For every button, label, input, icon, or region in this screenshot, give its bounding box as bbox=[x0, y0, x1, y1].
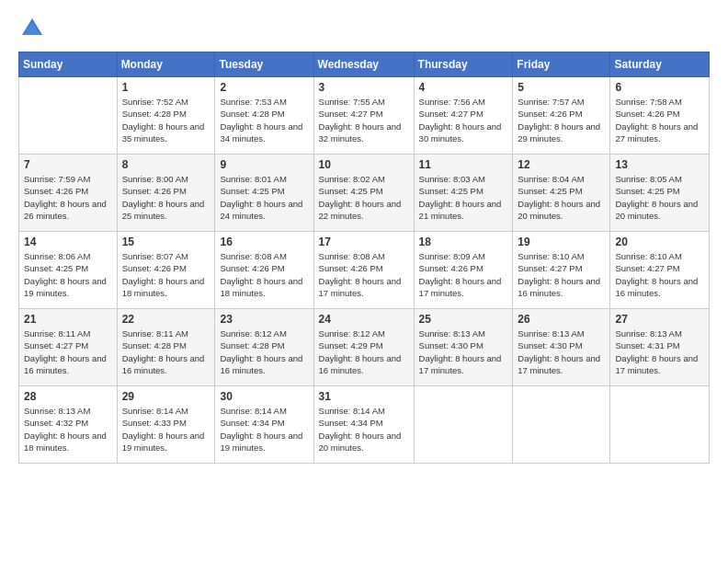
calendar-week-4: 28Sunrise: 8:13 AMSunset: 4:32 PMDayligh… bbox=[19, 386, 710, 464]
calendar-cell: 6Sunrise: 7:58 AMSunset: 4:26 PMDaylight… bbox=[610, 77, 710, 155]
day-info: Sunrise: 7:53 AMSunset: 4:28 PMDaylight:… bbox=[220, 96, 308, 144]
calendar-cell: 5Sunrise: 7:57 AMSunset: 4:26 PMDaylight… bbox=[513, 77, 610, 155]
day-number: 8 bbox=[122, 158, 210, 171]
day-number: 4 bbox=[419, 81, 508, 94]
weekday-header-thursday: Thursday bbox=[414, 52, 513, 77]
day-number: 23 bbox=[220, 313, 308, 326]
logo bbox=[18, 15, 50, 42]
calendar-table: SundayMondayTuesdayWednesdayThursdayFrid… bbox=[18, 52, 710, 464]
day-info: Sunrise: 8:00 AMSunset: 4:26 PMDaylight:… bbox=[122, 173, 210, 222]
day-number: 18 bbox=[419, 236, 508, 248]
day-number: 17 bbox=[319, 236, 409, 248]
day-info: Sunrise: 8:14 AMSunset: 4:33 PMDaylight:… bbox=[122, 405, 210, 454]
day-info: Sunrise: 8:04 AMSunset: 4:25 PMDaylight:… bbox=[518, 173, 605, 222]
day-info: Sunrise: 8:12 AMSunset: 4:28 PMDaylight:… bbox=[220, 327, 308, 376]
day-number: 13 bbox=[615, 158, 704, 171]
day-info: Sunrise: 8:09 AMSunset: 4:26 PMDaylight:… bbox=[419, 250, 508, 299]
calendar-cell: 23Sunrise: 8:12 AMSunset: 4:28 PMDayligh… bbox=[215, 309, 313, 386]
calendar-cell: 2Sunrise: 7:53 AMSunset: 4:28 PMDaylight… bbox=[215, 77, 313, 155]
day-info: Sunrise: 7:55 AMSunset: 4:27 PMDaylight:… bbox=[319, 96, 409, 144]
day-info: Sunrise: 8:14 AMSunset: 4:34 PMDaylight:… bbox=[220, 405, 308, 454]
day-number: 24 bbox=[319, 313, 409, 326]
day-number: 3 bbox=[319, 81, 409, 94]
day-info: Sunrise: 8:02 AMSunset: 4:25 PMDaylight:… bbox=[319, 173, 409, 222]
calendar-cell: 12Sunrise: 8:04 AMSunset: 4:25 PMDayligh… bbox=[513, 155, 610, 232]
day-number: 14 bbox=[24, 236, 112, 248]
calendar-cell: 18Sunrise: 8:09 AMSunset: 4:26 PMDayligh… bbox=[414, 232, 513, 309]
calendar-cell: 10Sunrise: 8:02 AMSunset: 4:25 PMDayligh… bbox=[313, 155, 414, 232]
calendar-cell: 26Sunrise: 8:13 AMSunset: 4:30 PMDayligh… bbox=[513, 309, 610, 386]
calendar-cell: 31Sunrise: 8:14 AMSunset: 4:34 PMDayligh… bbox=[313, 386, 414, 464]
calendar-cell: 1Sunrise: 7:52 AMSunset: 4:28 PMDaylight… bbox=[117, 77, 215, 155]
day-number: 26 bbox=[518, 313, 605, 326]
day-info: Sunrise: 8:06 AMSunset: 4:25 PMDaylight:… bbox=[24, 250, 112, 299]
day-number: 28 bbox=[24, 390, 112, 403]
calendar-cell bbox=[414, 386, 513, 464]
day-info: Sunrise: 8:08 AMSunset: 4:26 PMDaylight:… bbox=[220, 250, 308, 299]
day-info: Sunrise: 8:11 AMSunset: 4:27 PMDaylight:… bbox=[24, 327, 112, 376]
calendar-cell: 14Sunrise: 8:06 AMSunset: 4:25 PMDayligh… bbox=[19, 232, 118, 309]
calendar-cell: 9Sunrise: 8:01 AMSunset: 4:25 PMDaylight… bbox=[215, 155, 313, 232]
day-info: Sunrise: 7:52 AMSunset: 4:28 PMDaylight:… bbox=[122, 96, 210, 144]
day-number: 21 bbox=[24, 313, 112, 326]
calendar-cell: 30Sunrise: 8:14 AMSunset: 4:34 PMDayligh… bbox=[215, 386, 313, 464]
weekday-header-row: SundayMondayTuesdayWednesdayThursdayFrid… bbox=[19, 52, 710, 77]
calendar-week-3: 21Sunrise: 8:11 AMSunset: 4:27 PMDayligh… bbox=[19, 309, 710, 386]
weekday-header-sunday: Sunday bbox=[19, 52, 118, 77]
calendar-cell bbox=[19, 77, 118, 155]
calendar-cell: 29Sunrise: 8:14 AMSunset: 4:33 PMDayligh… bbox=[117, 386, 215, 464]
page: SundayMondayTuesdayWednesdayThursdayFrid… bbox=[0, 0, 728, 563]
calendar-cell: 11Sunrise: 8:03 AMSunset: 4:25 PMDayligh… bbox=[414, 155, 513, 232]
calendar-cell: 21Sunrise: 8:11 AMSunset: 4:27 PMDayligh… bbox=[19, 309, 118, 386]
day-info: Sunrise: 8:13 AMSunset: 4:30 PMDaylight:… bbox=[518, 327, 605, 376]
day-number: 25 bbox=[419, 313, 508, 326]
day-number: 6 bbox=[615, 81, 704, 94]
day-info: Sunrise: 7:59 AMSunset: 4:26 PMDaylight:… bbox=[24, 173, 112, 222]
calendar-week-1: 7Sunrise: 7:59 AMSunset: 4:26 PMDaylight… bbox=[19, 155, 710, 232]
calendar-cell: 3Sunrise: 7:55 AMSunset: 4:27 PMDaylight… bbox=[313, 77, 414, 155]
calendar-cell: 17Sunrise: 8:08 AMSunset: 4:26 PMDayligh… bbox=[313, 232, 414, 309]
day-number: 12 bbox=[518, 158, 605, 171]
calendar-cell: 19Sunrise: 8:10 AMSunset: 4:27 PMDayligh… bbox=[513, 232, 610, 309]
logo-icon bbox=[18, 15, 46, 42]
day-info: Sunrise: 8:03 AMSunset: 4:25 PMDaylight:… bbox=[419, 173, 508, 222]
calendar-cell: 7Sunrise: 7:59 AMSunset: 4:26 PMDaylight… bbox=[19, 155, 118, 232]
day-number: 2 bbox=[220, 81, 308, 94]
calendar-cell: 20Sunrise: 8:10 AMSunset: 4:27 PMDayligh… bbox=[610, 232, 710, 309]
calendar-cell: 22Sunrise: 8:11 AMSunset: 4:28 PMDayligh… bbox=[117, 309, 215, 386]
weekday-header-monday: Monday bbox=[117, 52, 215, 77]
day-number: 9 bbox=[220, 158, 308, 171]
day-info: Sunrise: 8:01 AMSunset: 4:25 PMDaylight:… bbox=[220, 173, 308, 222]
day-number: 15 bbox=[122, 236, 210, 248]
day-info: Sunrise: 8:10 AMSunset: 4:27 PMDaylight:… bbox=[615, 250, 704, 299]
calendar-cell: 15Sunrise: 8:07 AMSunset: 4:26 PMDayligh… bbox=[117, 232, 215, 309]
weekday-header-saturday: Saturday bbox=[610, 52, 710, 77]
calendar-cell bbox=[513, 386, 610, 464]
day-number: 11 bbox=[419, 158, 508, 171]
day-info: Sunrise: 8:11 AMSunset: 4:28 PMDaylight:… bbox=[122, 327, 210, 376]
calendar-cell: 27Sunrise: 8:13 AMSunset: 4:31 PMDayligh… bbox=[610, 309, 710, 386]
day-number: 27 bbox=[615, 313, 704, 326]
day-info: Sunrise: 8:13 AMSunset: 4:32 PMDaylight:… bbox=[24, 405, 112, 454]
day-number: 20 bbox=[615, 236, 704, 248]
calendar-cell bbox=[610, 386, 710, 464]
day-info: Sunrise: 8:13 AMSunset: 4:31 PMDaylight:… bbox=[615, 327, 704, 376]
day-info: Sunrise: 8:07 AMSunset: 4:26 PMDaylight:… bbox=[122, 250, 210, 299]
weekday-header-tuesday: Tuesday bbox=[215, 52, 313, 77]
day-number: 22 bbox=[122, 313, 210, 326]
calendar-cell: 16Sunrise: 8:08 AMSunset: 4:26 PMDayligh… bbox=[215, 232, 313, 309]
calendar-cell: 24Sunrise: 8:12 AMSunset: 4:29 PMDayligh… bbox=[313, 309, 414, 386]
day-info: Sunrise: 8:05 AMSunset: 4:25 PMDaylight:… bbox=[615, 173, 704, 222]
day-number: 29 bbox=[122, 390, 210, 403]
weekday-header-wednesday: Wednesday bbox=[313, 52, 414, 77]
calendar-cell: 8Sunrise: 8:00 AMSunset: 4:26 PMDaylight… bbox=[117, 155, 215, 232]
day-number: 19 bbox=[518, 236, 605, 248]
day-info: Sunrise: 7:56 AMSunset: 4:27 PMDaylight:… bbox=[419, 96, 508, 144]
calendar-week-0: 1Sunrise: 7:52 AMSunset: 4:28 PMDaylight… bbox=[19, 77, 710, 155]
calendar-cell: 13Sunrise: 8:05 AMSunset: 4:25 PMDayligh… bbox=[610, 155, 710, 232]
day-number: 5 bbox=[518, 81, 605, 94]
day-info: Sunrise: 8:13 AMSunset: 4:30 PMDaylight:… bbox=[419, 327, 508, 376]
day-info: Sunrise: 8:10 AMSunset: 4:27 PMDaylight:… bbox=[518, 250, 605, 299]
day-info: Sunrise: 8:12 AMSunset: 4:29 PMDaylight:… bbox=[319, 327, 409, 376]
calendar-cell: 25Sunrise: 8:13 AMSunset: 4:30 PMDayligh… bbox=[414, 309, 513, 386]
